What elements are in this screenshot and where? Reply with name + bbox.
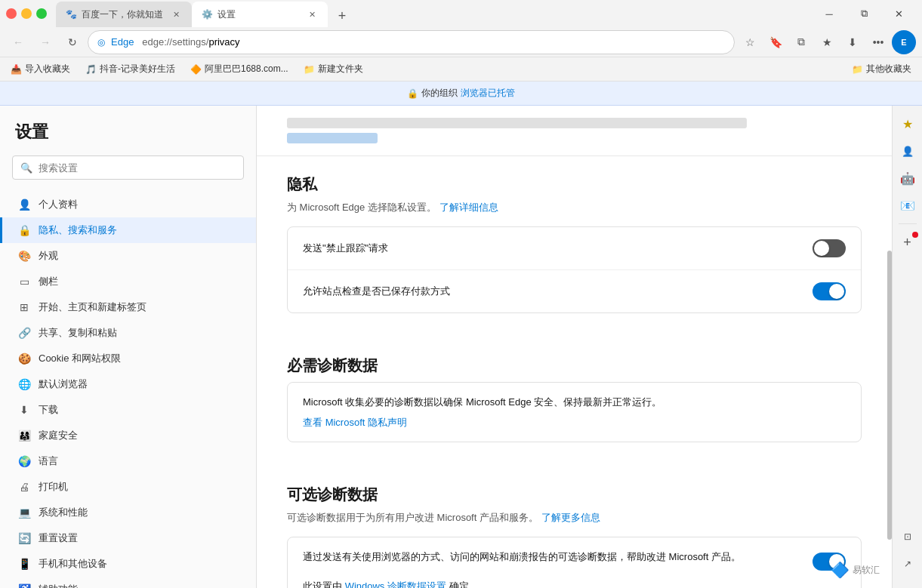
collections-button[interactable]: 🔖 xyxy=(763,30,788,54)
bookmark-alibaba-icon: 🔶 xyxy=(190,64,202,75)
sidebar-item-printer[interactable]: 🖨 打印机 xyxy=(0,474,256,500)
sidebar-item-privacy-label: 隐私、搜索和服务 xyxy=(39,223,117,237)
bookmark-alibaba[interactable]: 🔶 阿里巴巴1688.com... xyxy=(186,61,293,77)
window-close-btn[interactable] xyxy=(6,8,17,19)
tab-settings-close[interactable]: ✕ xyxy=(305,8,319,21)
reset-icon: 🔄 xyxy=(17,531,31,545)
sidebar-item-language-label: 语言 xyxy=(39,454,58,468)
sidebar-item-profile[interactable]: 👤 个人资料 xyxy=(0,192,256,217)
sidebar-item-family-label: 家庭安全 xyxy=(39,429,78,442)
right-sidebar-separator xyxy=(899,223,917,224)
main-area: 设置 🔍 👤 个人资料 🔒 隐私、搜索和服务 🎨 外观 ▭ 侧栏 xyxy=(0,106,922,588)
search-input[interactable] xyxy=(39,162,236,174)
payment-method-toggle[interactable] xyxy=(813,282,846,300)
privacy-learn-more-link[interactable]: 了解详细信息 xyxy=(439,202,498,213)
do-not-track-toggle-knob xyxy=(814,241,829,256)
tab-settings[interactable]: ⚙️ 设置 ✕ xyxy=(192,2,328,27)
right-sidebar: ★ 👤 🤖 📧 + ⊡ ↗ xyxy=(892,106,922,588)
restore-btn[interactable]: ⧉ xyxy=(846,2,881,26)
other-bookmarks[interactable]: 📁 其他收藏夹 xyxy=(847,61,916,77)
do-not-track-label: 发送"禁止跟踪"请求 xyxy=(303,242,813,255)
sidebar-item-share[interactable]: 🔗 共享、复制和粘贴 xyxy=(0,320,256,346)
payment-method-label: 允许站点检查是否已保存付款方式 xyxy=(303,285,813,298)
sidebar-add-icon[interactable]: + xyxy=(896,230,920,254)
minimize-btn[interactable]: ─ xyxy=(812,2,846,26)
tab-baidu[interactable]: 🐾 百度一下，你就知道 ✕ xyxy=(56,2,192,27)
downloads-toolbar-button[interactable]: ⬇ xyxy=(840,30,865,54)
sidebar-item-downloads[interactable]: ⬇ 下载 xyxy=(0,397,256,423)
sidebar-item-privacy[interactable]: 🔒 隐私、搜索和服务 xyxy=(0,217,256,243)
watermark-text: 易软汇 xyxy=(853,564,880,577)
privacy-section: 隐私 为 Microsoft Edge 选择隐私设置。 了解详细信息 发送"禁止… xyxy=(287,156,862,313)
sidebar-screen-icon[interactable]: ⊡ xyxy=(896,525,920,549)
bookmark-tiktok[interactable]: 🎵 抖音-记录美好生活 xyxy=(81,61,180,77)
bookmark-alibaba-label: 阿里巴巴1688.com... xyxy=(205,63,288,75)
forward-button[interactable]: → xyxy=(33,30,57,54)
privacy-statement-prefix: 查看 xyxy=(303,417,325,428)
star-button[interactable]: ☆ xyxy=(738,30,762,54)
sidebar-item-appearance[interactable]: 🎨 外观 xyxy=(0,243,256,269)
sidebar-profile-icon[interactable]: 👤 xyxy=(896,139,920,163)
required-diagnostic-card: Microsoft 收集必要的诊断数据以确保 Microsoft Edge 安全… xyxy=(287,382,862,442)
window-maximize-btn[interactable] xyxy=(36,8,47,19)
do-not-track-toggle[interactable] xyxy=(813,239,846,257)
close-btn[interactable]: ✕ xyxy=(881,2,916,26)
accessibility-icon: ♿ xyxy=(17,583,31,588)
notification-link[interactable]: 浏览器已托管 xyxy=(461,87,515,100)
sidebar-item-family[interactable]: 👨‍👩‍👧 家庭安全 xyxy=(0,423,256,448)
required-diagnostic-text: Microsoft 收集必要的诊断数据以确保 Microsoft Edge 安全… xyxy=(303,395,846,410)
share-icon: 🔗 xyxy=(17,326,31,340)
sidebar-copilot-icon[interactable]: 🤖 xyxy=(896,166,920,190)
privacy-icon: 🔒 xyxy=(17,223,31,237)
optional-card-text: 通过发送有关使用浏览器的方式、访问的网站和崩溃报告的可选诊断数据，帮助改进 Mi… xyxy=(303,550,800,589)
edge-profile-button[interactable]: E xyxy=(892,30,916,54)
scrollbar-track xyxy=(887,106,892,588)
back-button[interactable]: ← xyxy=(6,30,30,54)
sidebar-item-default-browser[interactable]: 🌐 默认浏览器 xyxy=(0,371,256,397)
scrollbar-thumb[interactable] xyxy=(887,251,892,540)
sidebar-item-share-label: 共享、复制和粘贴 xyxy=(39,326,117,340)
search-box[interactable]: 🔍 xyxy=(12,155,244,180)
sidebar-title: 设置 xyxy=(0,121,256,155)
optional-diagnostic-card: 通过发送有关使用浏览器的方式、访问的网站和崩溃报告的可选诊断数据，帮助改进 Mi… xyxy=(287,537,862,589)
sidebar-item-sidebar[interactable]: ▭ 侧栏 xyxy=(0,269,256,294)
window-minimize-btn[interactable] xyxy=(21,8,32,19)
notification-lock-icon: 🔒 xyxy=(407,88,418,99)
sidebar-item-cookies[interactable]: 🍪 Cookie 和网站权限 xyxy=(0,346,256,371)
tab-settings-favicon: ⚙️ xyxy=(201,8,213,20)
optional-card-main-text: 通过发送有关使用浏览器的方式、访问的网站和崩溃报告的可选诊断数据，帮助改进 Mi… xyxy=(303,551,741,562)
split-view-button[interactable]: ⧉ xyxy=(789,30,813,54)
mobile-icon: 📱 xyxy=(17,557,31,571)
sidebar-item-mobile-label: 手机和其他设备 xyxy=(39,557,107,571)
tab-baidu-close[interactable]: ✕ xyxy=(169,8,183,21)
cookies-icon: 🍪 xyxy=(17,352,31,365)
window-controls: ─ ⧉ ✕ xyxy=(812,2,916,26)
sidebar-item-default-browser-label: 默认浏览器 xyxy=(39,377,88,391)
system-icon: 💻 xyxy=(17,506,31,519)
sidebar-favorites-icon[interactable]: ★ xyxy=(896,112,920,136)
sidebar-item-system[interactable]: 💻 系统和性能 xyxy=(0,500,256,525)
address-text: Edge edge://settings/privacy xyxy=(111,36,725,48)
sidebar-outlook-icon[interactable]: 📧 xyxy=(896,193,920,217)
new-tab-button[interactable]: + xyxy=(331,5,353,27)
windows-diagnostic-link[interactable]: Windows 诊断数据设置 xyxy=(345,580,446,589)
bookmark-import[interactable]: 📥 导入收藏夹 xyxy=(6,61,75,77)
refresh-button[interactable]: ↻ xyxy=(60,30,85,54)
address-bar[interactable]: ◎ Edge edge://settings/privacy xyxy=(88,30,735,54)
family-icon: 👨‍👩‍👧 xyxy=(17,429,31,442)
more-button[interactable]: ••• xyxy=(866,30,890,54)
bookmark-new-folder[interactable]: 📁 新建文件夹 xyxy=(299,61,368,77)
favorites-button[interactable]: ★ xyxy=(815,30,839,54)
privacy-statement-link[interactable]: 查看 Microsoft 隐私声明 xyxy=(303,416,846,429)
sidebar-item-language[interactable]: 🌍 语言 xyxy=(0,448,256,474)
sidebar-item-accessibility[interactable]: ♿ 辅助功能 xyxy=(0,577,256,588)
optional-card-sub-prefix: 此设置由 xyxy=(303,580,345,589)
sidebar-item-cookies-label: Cookie 和网站权限 xyxy=(39,352,121,365)
sidebar-item-reset[interactable]: 🔄 重置设置 xyxy=(0,525,256,551)
address-bar-icon: ◎ xyxy=(97,37,105,48)
appearance-icon: 🎨 xyxy=(17,249,31,263)
sidebar-item-mobile[interactable]: 📱 手机和其他设备 xyxy=(0,551,256,577)
optional-learn-more-link[interactable]: 了解更多信息 xyxy=(541,512,600,523)
sidebar-external-icon[interactable]: ↗ xyxy=(896,552,920,576)
sidebar-item-startup[interactable]: ⊞ 开始、主页和新建标签页 xyxy=(0,294,256,320)
